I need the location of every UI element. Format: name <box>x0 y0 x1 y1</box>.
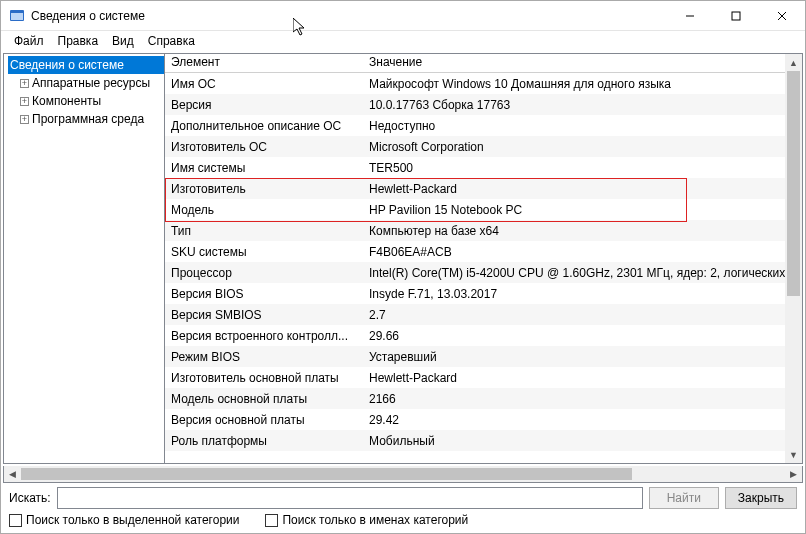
tree-item[interactable]: +Программная среда <box>18 110 164 128</box>
minimize-button[interactable] <box>667 1 713 31</box>
property-key: Изготовитель <box>165 181 363 197</box>
property-value: Компьютер на базе x64 <box>363 223 802 239</box>
property-value: Недоступно <box>363 118 802 134</box>
property-value: Майкрософт Windows 10 Домашняя для одног… <box>363 76 802 92</box>
details-pane: Элемент Значение Имя ОСМайкрософт Window… <box>165 54 802 463</box>
property-key: Версия <box>165 97 363 113</box>
search-label: Искать: <box>9 491 51 505</box>
table-row[interactable]: Версия10.0.17763 Сборка 17763 <box>165 94 802 115</box>
property-key: Тип <box>165 223 363 239</box>
scroll-left-arrow[interactable]: ◀ <box>4 466 21 482</box>
table-row[interactable]: Модель основной платы2166 <box>165 388 802 409</box>
property-key: Версия SMBIOS <box>165 307 363 323</box>
scroll-track-h[interactable] <box>21 466 785 482</box>
column-header-value[interactable]: Значение <box>363 54 802 72</box>
tree-label: Аппаратные ресурсы <box>32 76 150 90</box>
property-key: Имя системы <box>165 160 363 176</box>
scroll-up-arrow[interactable]: ▲ <box>785 54 802 71</box>
content-area: Сведения о системе +Аппаратные ресурсы+К… <box>3 53 803 464</box>
property-key: Процессор <box>165 265 363 281</box>
table-row[interactable]: ПроцессорIntel(R) Core(TM) i5-4200U CPU … <box>165 262 802 283</box>
table-row[interactable]: SKU системыF4B06EA#ACB <box>165 241 802 262</box>
scroll-thumb[interactable] <box>787 71 800 296</box>
svg-rect-2 <box>11 11 23 13</box>
property-key: Дополнительное описание ОС <box>165 118 363 134</box>
property-key: Версия встроенного контролл... <box>165 328 363 344</box>
table-row[interactable]: Дополнительное описание ОСНедоступно <box>165 115 802 136</box>
title-bar: Сведения о системе <box>1 1 805 31</box>
table-row[interactable]: ИзготовительHewlett-Packard <box>165 178 802 199</box>
table-row[interactable]: Изготовитель основной платыHewlett-Packa… <box>165 367 802 388</box>
details-body[interactable]: Имя ОСМайкрософт Windows 10 Домашняя для… <box>165 73 802 463</box>
property-key: Версия BIOS <box>165 286 363 302</box>
tree-root-system-summary[interactable]: Сведения о системе <box>8 56 164 74</box>
scroll-right-arrow[interactable]: ▶ <box>785 466 802 482</box>
property-value: Hewlett-Packard <box>363 370 802 386</box>
tree-expand-icon[interactable]: + <box>20 97 29 106</box>
menu-справка[interactable]: Справка <box>141 33 202 49</box>
property-value: 29.66 <box>363 328 802 344</box>
property-key: Изготовитель основной платы <box>165 370 363 386</box>
property-value: 2.7 <box>363 307 802 323</box>
property-key: Имя ОС <box>165 76 363 92</box>
scroll-track[interactable] <box>785 71 802 446</box>
find-button[interactable]: Найти <box>649 487 719 509</box>
window-title: Сведения о системе <box>31 9 145 23</box>
checkbox-icon <box>9 514 22 527</box>
checkbox-category-names[interactable]: Поиск только в именах категорий <box>265 513 468 527</box>
table-row[interactable]: Имя ОСМайкрософт Windows 10 Домашняя для… <box>165 73 802 94</box>
property-value: Устаревший <box>363 349 802 365</box>
property-value: Microsoft Corporation <box>363 139 802 155</box>
table-row[interactable]: Версия встроенного контролл...29.66 <box>165 325 802 346</box>
scroll-down-arrow[interactable]: ▼ <box>785 446 802 463</box>
scroll-thumb-h[interactable] <box>21 468 632 480</box>
property-value: F4B06EA#ACB <box>363 244 802 260</box>
property-key: Изготовитель ОС <box>165 139 363 155</box>
property-key: Модель <box>165 202 363 218</box>
search-bar: Искать: Найти Закрыть <box>1 483 805 511</box>
vertical-scrollbar[interactable]: ▲ ▼ <box>785 54 802 463</box>
property-value: Intel(R) Core(TM) i5-4200U CPU @ 1.60GHz… <box>363 265 802 281</box>
tree-label: Программная среда <box>32 112 144 126</box>
property-value: TER500 <box>363 160 802 176</box>
menu-файл[interactable]: Файл <box>7 33 51 49</box>
app-icon <box>9 8 25 24</box>
tree-item[interactable]: +Компоненты <box>18 92 164 110</box>
svg-rect-4 <box>732 12 740 20</box>
table-row[interactable]: МодельHP Pavilion 15 Notebook PC <box>165 199 802 220</box>
property-value: 29.42 <box>363 412 802 428</box>
table-row[interactable]: ТипКомпьютер на базе x64 <box>165 220 802 241</box>
menu-правка[interactable]: Правка <box>51 33 106 49</box>
checkbox-selected-category[interactable]: Поиск только в выделенной категории <box>9 513 239 527</box>
property-key: Роль платформы <box>165 433 363 449</box>
table-row[interactable]: Роль платформыМобильный <box>165 430 802 451</box>
property-value: Insyde F.71, 13.03.2017 <box>363 286 802 302</box>
checkbox-icon <box>265 514 278 527</box>
search-options: Поиск только в выделенной категории Поис… <box>1 511 805 533</box>
details-column-header[interactable]: Элемент Значение <box>165 54 802 73</box>
tree-pane[interactable]: Сведения о системе +Аппаратные ресурсы+К… <box>4 54 165 463</box>
property-value: Hewlett-Packard <box>363 181 802 197</box>
table-row[interactable]: Имя системыTER500 <box>165 157 802 178</box>
property-value: 10.0.17763 Сборка 17763 <box>363 97 802 113</box>
close-find-button[interactable]: Закрыть <box>725 487 797 509</box>
close-button[interactable] <box>759 1 805 31</box>
property-key: Режим BIOS <box>165 349 363 365</box>
property-key: Версия основной платы <box>165 412 363 428</box>
menu-вид[interactable]: Вид <box>105 33 141 49</box>
maximize-button[interactable] <box>713 1 759 31</box>
property-value: Мобильный <box>363 433 802 449</box>
tree-expand-icon[interactable]: + <box>20 115 29 124</box>
property-key: Модель основной платы <box>165 391 363 407</box>
table-row[interactable]: Изготовитель ОСMicrosoft Corporation <box>165 136 802 157</box>
search-input[interactable] <box>57 487 643 509</box>
tree-item[interactable]: +Аппаратные ресурсы <box>18 74 164 92</box>
tree-expand-icon[interactable]: + <box>20 79 29 88</box>
horizontal-scrollbar[interactable]: ◀ ▶ <box>3 466 803 483</box>
property-key: SKU системы <box>165 244 363 260</box>
table-row[interactable]: Режим BIOSУстаревший <box>165 346 802 367</box>
table-row[interactable]: Версия SMBIOS2.7 <box>165 304 802 325</box>
table-row[interactable]: Версия основной платы29.42 <box>165 409 802 430</box>
table-row[interactable]: Версия BIOSInsyde F.71, 13.03.2017 <box>165 283 802 304</box>
column-header-element[interactable]: Элемент <box>165 54 363 72</box>
